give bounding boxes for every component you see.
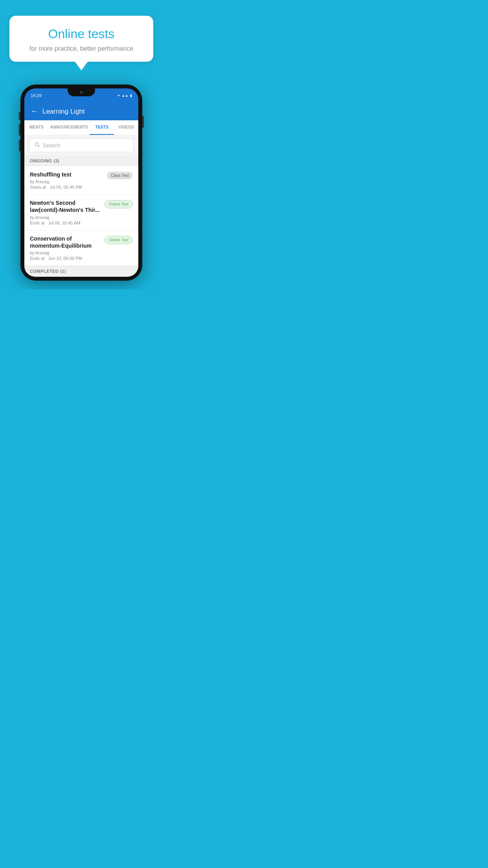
tab-tests[interactable]: TESTS bbox=[90, 120, 114, 135]
tab-announcements[interactable]: ANNOUNCEMENTS bbox=[49, 120, 90, 135]
test-info-3: Conservation of momentum-Equilibrium by … bbox=[30, 235, 101, 261]
phone-frame: 14:29 ▾ ▲▲ ▮ ← Learning Light MENTS ANNO… bbox=[20, 85, 142, 281]
wifi-icon: ▾ bbox=[118, 94, 120, 97]
test-item[interactable]: Reshuffling test by Anurag Starts at Jul… bbox=[24, 166, 138, 195]
test-name-1: Reshuffling test bbox=[30, 171, 104, 178]
status-time: 14:29 bbox=[31, 93, 42, 98]
test-info-2: Newton's Second law(contd)-Newton's Thir… bbox=[30, 199, 101, 225]
app-bar-title: Learning Light bbox=[42, 108, 85, 116]
phone-notch bbox=[68, 88, 95, 96]
back-button[interactable]: ← bbox=[31, 107, 38, 116]
test-date-3: Ends at Jun 10, 06:00 PM bbox=[30, 256, 101, 261]
completed-section-header: COMPLETED (1) bbox=[24, 266, 138, 277]
ongoing-section-header: ONGOING (3) bbox=[24, 155, 138, 166]
camera-dot bbox=[80, 91, 83, 94]
phone-wrapper: 14:29 ▾ ▲▲ ▮ ← Learning Light MENTS ANNO… bbox=[18, 85, 144, 281]
tab-videos[interactable]: VIDEOS bbox=[114, 120, 138, 135]
battery-icon: ▮ bbox=[130, 94, 132, 97]
test-by-2: by Anurag bbox=[30, 215, 101, 220]
search-bar: Search bbox=[24, 135, 138, 155]
speech-bubble: Online tests for more practice, better p… bbox=[9, 16, 153, 62]
svg-line-1 bbox=[38, 146, 39, 147]
test-info-1: Reshuffling test by Anurag Starts at Jul… bbox=[30, 171, 104, 189]
bubble-title: Online tests bbox=[22, 27, 141, 41]
bubble-subtitle: for more practice, better performance bbox=[22, 45, 141, 52]
tabs-bar: MENTS ANNOUNCEMENTS TESTS VIDEOS bbox=[24, 120, 138, 135]
search-placeholder: Search bbox=[43, 142, 60, 149]
test-by-1: by Anurag bbox=[30, 179, 104, 184]
app-bar: ← Learning Light bbox=[24, 103, 138, 120]
status-bar: 14:29 ▾ ▲▲ ▮ bbox=[24, 88, 138, 103]
test-item-2[interactable]: Newton's Second law(contd)-Newton's Thir… bbox=[24, 195, 138, 230]
test-item-3[interactable]: Conservation of momentum-Equilibrium by … bbox=[24, 230, 138, 266]
test-name-2: Newton's Second law(contd)-Newton's Thir… bbox=[30, 199, 101, 213]
status-icons: ▾ ▲▲ ▮ bbox=[118, 94, 132, 97]
test-date-2: Ends at Jul 06, 10:45 AM bbox=[30, 221, 101, 225]
hero-area: Online tests for more practice, better p… bbox=[0, 0, 163, 66]
volume-up-button bbox=[19, 124, 20, 136]
app-content: ← Learning Light MENTS ANNOUNCEMENTS TES… bbox=[24, 103, 138, 277]
test-badge-3: Online Test bbox=[105, 236, 133, 244]
tab-ments[interactable]: MENTS bbox=[24, 120, 49, 135]
signal-icon: ▲▲ bbox=[121, 94, 128, 97]
test-badge-2: Online Test bbox=[105, 200, 133, 208]
volume-down-button bbox=[19, 140, 20, 151]
power-button bbox=[142, 116, 144, 128]
test-date-1: Starts at Jul 05, 05:45 PM bbox=[30, 185, 104, 189]
test-name-3: Conservation of momentum-Equilibrium bbox=[30, 235, 101, 249]
search-input-wrapper[interactable]: Search bbox=[29, 138, 134, 152]
search-icon bbox=[34, 142, 40, 149]
test-by-3: by Anurag bbox=[30, 250, 101, 255]
volume-silent-button bbox=[19, 112, 20, 120]
test-badge-1: Class Test bbox=[107, 172, 133, 179]
